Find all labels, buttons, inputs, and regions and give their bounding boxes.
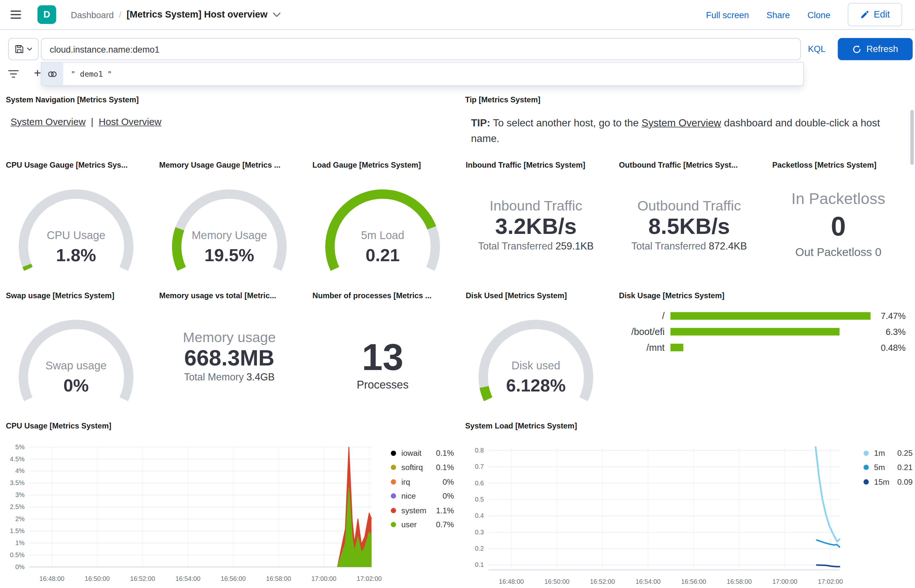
legend-series-value: 0.7% — [436, 520, 454, 529]
svg-text:17:02:00: 17:02:00 — [357, 575, 382, 582]
scrollbar-thumb[interactable] — [910, 110, 914, 165]
svg-text:1.5%: 1.5% — [10, 527, 24, 535]
svg-text:0.1: 0.1 — [475, 561, 484, 568]
svg-text:16:54:00: 16:54:00 — [635, 578, 661, 585]
mount-point-label: /boot/efi — [613, 326, 665, 337]
disk-usage-bar[interactable] — [670, 328, 840, 335]
save-icon — [15, 45, 24, 54]
svg-text:0.3: 0.3 — [475, 528, 484, 536]
cpu-chart-legend: iowait0.1%softirq0.1%irq0%nice0%system1.… — [391, 449, 454, 529]
disk-usage-row: /7.47% — [613, 308, 906, 324]
svg-text:16:56:00: 16:56:00 — [681, 578, 706, 585]
filter-icon[interactable] — [8, 69, 21, 81]
legend-series-value: 0.1% — [436, 449, 454, 457]
legend-series-name: user — [401, 520, 431, 529]
svg-text:0.5%: 0.5% — [10, 551, 24, 559]
panel-title-processes: Number of processes [Metrics ... — [313, 291, 432, 300]
legend-series-value: 0.25 — [897, 449, 913, 457]
gauge-label: CPU Usage — [18, 229, 134, 242]
svg-text:4.5%: 4.5% — [10, 456, 24, 463]
sub-label: Total Transferred — [632, 241, 706, 252]
tip-system-overview-link[interactable]: System Overview — [641, 117, 721, 129]
saved-query-menu-button[interactable] — [8, 38, 39, 60]
query-input[interactable] — [41, 38, 801, 60]
legend-item[interactable]: softirq0.1% — [391, 463, 454, 472]
svg-text:1%: 1% — [15, 539, 25, 546]
suggestion-value: " demo1 " — [63, 63, 112, 86]
svg-text:5%: 5% — [15, 443, 25, 451]
clone-button[interactable]: Clone — [807, 10, 831, 20]
inbound-traffic-label: Inbound Traffic — [460, 197, 612, 214]
legend-item[interactable]: iowait0.1% — [391, 449, 454, 457]
legend-series-value: 1.1% — [436, 506, 454, 515]
disk-usage-bar[interactable] — [670, 344, 683, 351]
legend-color-dot — [391, 508, 396, 513]
refresh-button[interactable]: Refresh — [837, 38, 912, 60]
legend-item[interactable]: 15m0.09 — [864, 478, 913, 486]
legend-item[interactable]: system1.1% — [391, 506, 454, 514]
legend-item[interactable]: 1m0.25 — [864, 449, 913, 457]
breadcrumb-dashboard-link[interactable]: Dashboard — [71, 10, 114, 20]
svg-text:0.6: 0.6 — [475, 480, 484, 487]
outbound-traffic-value: 8.5KB/s — [613, 214, 765, 239]
panel-title-outbound: Outbound Traffic [Metrics Syst... — [619, 161, 738, 170]
legend-series-name: softirq — [401, 463, 431, 472]
panel-title-disk-usage: Disk Usage [Metrics System] — [619, 291, 724, 300]
mount-point-label: /mnt — [613, 342, 665, 352]
outbound-traffic-label: Outbound Traffic — [613, 197, 765, 214]
system-overview-link[interactable]: System Overview — [10, 116, 86, 128]
disk-usage-bar[interactable] — [670, 312, 870, 320]
disk-usage-row: /mnt0.48% — [613, 339, 906, 355]
legend-series-name: 15m — [874, 477, 892, 486]
svg-text:17:00:00: 17:00:00 — [311, 575, 337, 582]
load-gauge: 5m Load 0.21 — [324, 188, 441, 276]
legend-item[interactable]: nice0% — [391, 492, 454, 500]
legend-color-dot — [864, 479, 869, 484]
process-count-label: Processes — [307, 379, 459, 392]
svg-text:0.5: 0.5 — [475, 496, 484, 503]
sub-label: Total Memory — [184, 372, 244, 383]
panel-title-cpu-gauge: CPU Usage Gauge [Metrics Sys... — [6, 161, 128, 170]
space-avatar[interactable]: D — [37, 5, 56, 24]
tip-text-before: To select another host, go to the — [490, 117, 641, 129]
sub-value: 872.4KB — [709, 241, 747, 252]
legend-series-name: nice — [401, 491, 438, 500]
host-overview-link[interactable]: Host Overview — [99, 116, 161, 128]
query-suggestion-popover[interactable]: " demo1 " — [41, 62, 804, 86]
legend-item[interactable]: irq0% — [391, 478, 454, 486]
legend-item[interactable]: 5m0.21 — [864, 463, 913, 472]
swap-usage-gauge: Swap usage 0% — [18, 319, 134, 406]
title-chevron-down-icon[interactable] — [273, 12, 281, 17]
legend-series-name: 1m — [874, 449, 892, 457]
disk-usage-bar-track — [670, 312, 873, 320]
disk-usage-value: 0.48% — [878, 342, 906, 352]
share-button[interactable]: Share — [766, 10, 790, 20]
system-load-legend: 1m0.255m0.2115m0.09 — [864, 449, 913, 486]
tip-bold: TIP: — [471, 117, 490, 129]
panel-title-system-navigation: System Navigation [Metrics System] — [6, 95, 139, 104]
full-screen-button[interactable]: Full screen — [706, 10, 749, 20]
legend-series-value: 0.1% — [436, 463, 454, 472]
query-language-button[interactable]: KQL — [808, 38, 826, 60]
add-filter-button[interactable]: + — [34, 66, 41, 80]
kibana-dashboard-app: D Dashboard / [Metrics System] Host over… — [0, 0, 915, 588]
panel-title-inbound: Inbound Traffic [Metrics System] — [466, 161, 585, 170]
legend-item[interactable]: user0.7% — [391, 520, 454, 528]
gauge-label: Disk used — [477, 360, 594, 373]
svg-text:4%: 4% — [15, 467, 25, 474]
process-count-value: 13 — [307, 336, 459, 379]
chart-plot: 0%0.5%1%1.5%2%2.5%3%3.5%4%4.5%5%16:48:00… — [0, 441, 386, 588]
value-token-icon — [42, 63, 63, 86]
legend-color-dot — [391, 522, 396, 527]
edit-button[interactable]: Edit — [848, 3, 902, 26]
cpu-usage-chart: 0%0.5%1%1.5%2%2.5%3%3.5%4%4.5%5%16:48:00… — [0, 441, 386, 588]
disk-usage-bar-track — [670, 344, 873, 351]
sub-label: Total Transferred — [478, 241, 553, 252]
memory-usage-value: 668.3MB — [153, 345, 305, 370]
menu-icon[interactable] — [10, 8, 23, 21]
memory-usage-gauge: Memory Usage 19.5% — [171, 188, 288, 276]
gauge-label: Swap usage — [18, 360, 134, 373]
refresh-icon — [852, 45, 861, 53]
system-navigation-links: System Overview | Host Overview — [10, 116, 161, 128]
legend-series-value: 0% — [442, 477, 454, 486]
